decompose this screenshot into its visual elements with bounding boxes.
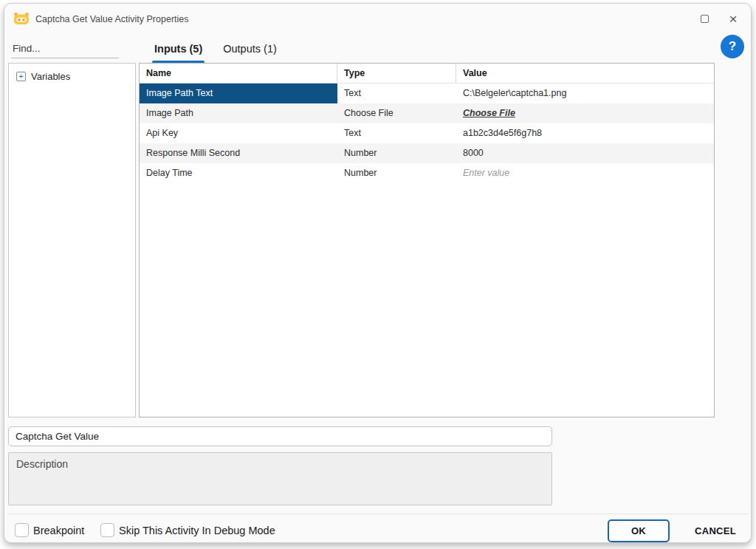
row-type-cell: Number [337,143,456,163]
tab-outputs[interactable]: Outputs (1) [216,38,284,64]
find-input[interactable] [11,39,119,58]
table-row[interactable]: Delay TimeNumberEnter value [140,163,714,183]
window-title: Captcha Get Value Activity Properties [35,14,189,24]
tree-item-variables[interactable]: + Variables [9,64,135,82]
variables-panel: + Variables [8,63,136,417]
activity-name-input[interactable] [8,426,552,446]
tab-bar: Inputs (5) Outputs (1) [147,38,284,64]
footer-bar: Breakpoint Skip This Activity In Debug M… [4,515,751,544]
breakpoint-label: Breakpoint [33,525,84,536]
row-type-cell: Text [337,83,456,103]
tree-expander-icon[interactable]: + [16,72,26,81]
row-value-cell[interactable]: Enter value [456,163,714,183]
column-header-value[interactable]: Value [456,64,714,83]
row-name-cell: Image Path Text [140,83,337,103]
properties-table: Name Type Value Image Path TextTextC:\Be… [139,63,715,417]
row-value-cell[interactable]: 8000 [456,143,714,163]
row-name-cell: Delay Time [140,163,337,183]
robot-icon [13,11,30,26]
skip-debug-checkbox[interactable] [100,523,114,537]
row-value-cell[interactable]: a1b2c3d4e5f6g7h8 [456,123,714,143]
footer-divider [8,514,748,514]
table-rows: Image Path TextTextC:\Belgeler\captcha1.… [140,83,714,183]
column-header-type[interactable]: Type [337,64,456,83]
row-type-cell: Text [337,123,456,143]
dialog-window: Captcha Get Value Activity Properties × … [4,3,752,543]
row-name-cell: Api Key [140,123,337,143]
tab-inputs[interactable]: Inputs (5) [147,38,210,64]
table-row[interactable]: Image PathChoose FileChoose File [140,103,714,123]
skip-debug-label: Skip This Activity In Debug Mode [119,525,275,536]
choose-file-link[interactable]: Choose File [456,103,714,123]
row-value-cell[interactable]: C:\Belgeler\captcha1.png [456,83,714,103]
close-button[interactable]: × [724,10,742,27]
maximize-button[interactable] [695,10,713,27]
table-row[interactable]: Api KeyTexta1b2c3d4e5f6g7h8 [140,123,714,143]
column-header-name[interactable]: Name [140,64,337,83]
description-input[interactable] [8,452,552,505]
row-type-cell: Number [337,163,456,183]
help-button[interactable]: ? [721,35,744,58]
title-bar: Captcha Get Value Activity Properties × [4,4,751,33]
table-header: Name Type Value [140,64,714,83]
table-row[interactable]: Image Path TextTextC:\Belgeler\captcha1.… [140,83,714,103]
row-name-cell: Response Milli Second [140,143,337,163]
table-row[interactable]: Response Milli SecondNumber8000 [140,143,714,163]
tree-item-label: Variables [31,71,70,82]
ok-button[interactable]: OK [608,519,670,542]
row-type-cell: Choose File [337,103,456,123]
maximize-icon [701,15,709,23]
cancel-button[interactable]: CANCEL [684,519,747,542]
breakpoint-checkbox[interactable] [15,523,29,537]
row-name-cell: Image Path [140,103,337,123]
